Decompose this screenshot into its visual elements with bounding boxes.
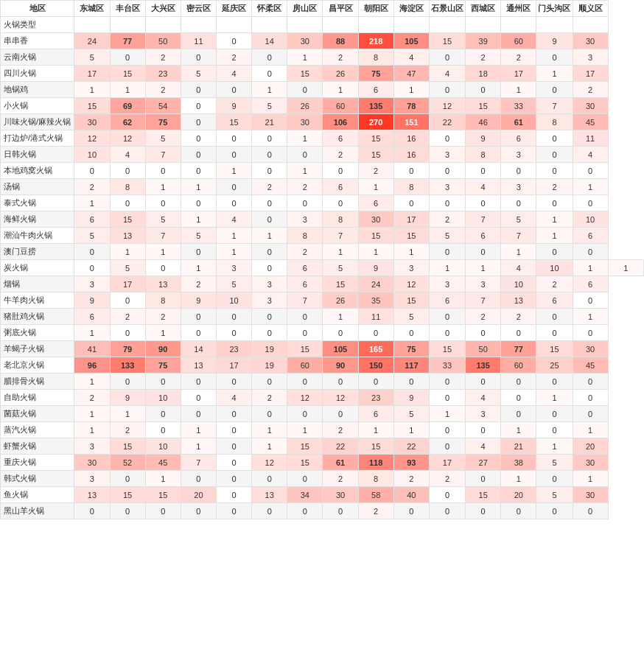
cell-2-12: 17 <box>501 66 536 82</box>
cell-16-3: 9 <box>181 292 216 309</box>
cell-11-13: 1 <box>536 211 573 228</box>
cell-23-1: 1 <box>110 406 145 422</box>
subheader-empty-3 <box>181 17 216 33</box>
cell-22-12: 0 <box>501 390 536 406</box>
table-row: 云南火锅502020128402203 <box>1 49 644 66</box>
cell-17-5: 0 <box>252 309 287 325</box>
subheader-empty-1 <box>110 17 145 33</box>
cell-29-11: 0 <box>466 503 501 519</box>
cell-6-14: 11 <box>573 130 608 147</box>
table-row: 牛羊肉火锅90891037263515671360 <box>1 292 644 309</box>
cell-19-4: 23 <box>216 341 251 357</box>
cell-12-14: 6 <box>573 228 608 244</box>
table-row: 炭火锅05013065931141011 <box>1 260 644 276</box>
cell-4-1: 69 <box>110 98 145 114</box>
cell-15-12: 10 <box>501 276 536 292</box>
cell-8-12: 0 <box>501 163 536 179</box>
cell-23-11: 3 <box>466 406 501 422</box>
cell-15-4: 5 <box>216 276 251 292</box>
cell-7-8: 15 <box>358 147 393 163</box>
cell-14-9: 3 <box>393 260 429 276</box>
cell-4-12: 33 <box>501 98 536 114</box>
cell-25-4: 0 <box>216 438 251 455</box>
cell-17-10: 0 <box>429 309 465 325</box>
row-label-14: 炭火锅 <box>1 260 74 276</box>
cell-11-7: 8 <box>323 211 358 228</box>
cell-10-6: 0 <box>287 195 323 211</box>
cell-20-9: 117 <box>393 357 429 374</box>
cell-5-9: 151 <box>393 114 429 130</box>
cell-20-0: 96 <box>74 357 110 374</box>
cell-19-2: 90 <box>145 341 181 357</box>
cell-7-3: 0 <box>181 147 216 163</box>
cell-9-6: 2 <box>287 179 323 195</box>
row-label-19: 羊蝎子火锅 <box>1 341 74 357</box>
cell-10-14: 0 <box>573 195 608 211</box>
cell-24-12: 1 <box>501 422 536 438</box>
cell-4-8: 135 <box>358 98 393 114</box>
district-header-12: 通州区 <box>501 1 536 17</box>
cell-6-12: 6 <box>501 130 536 147</box>
cell-4-9: 78 <box>393 98 429 114</box>
cell-16-14: 0 <box>573 292 608 309</box>
table-row: 重庆火锅3052457012156111893172738530 <box>1 455 644 471</box>
table-row: 小火锅156954095266013578121533730 <box>1 98 644 114</box>
cell-16-5: 3 <box>252 292 287 309</box>
cell-27-8: 8 <box>358 471 393 487</box>
cell-27-10: 2 <box>429 471 465 487</box>
cell-3-0: 1 <box>74 82 110 98</box>
cell-9-2: 1 <box>145 179 181 195</box>
table-row: 四川火锅1715235401526754741817117 <box>1 66 644 82</box>
cell-1-9: 4 <box>393 49 429 66</box>
cell-21-4: 0 <box>216 374 251 390</box>
cell-1-6: 1 <box>287 49 323 66</box>
cell-5-11: 46 <box>466 114 501 130</box>
cell-5-1: 62 <box>110 114 145 130</box>
cell-24-5: 1 <box>252 422 287 438</box>
cell-5-7: 106 <box>323 114 358 130</box>
cell-4-3: 0 <box>181 98 216 114</box>
table-row: 串串香247750110143088218105153960930 <box>1 33 644 49</box>
cell-5-12: 61 <box>501 114 536 130</box>
cell-21-3: 0 <box>181 374 216 390</box>
cell-10-3: 0 <box>181 195 216 211</box>
cell-12-10: 5 <box>429 228 465 244</box>
cell-11-3: 1 <box>181 211 216 228</box>
cell-9-7: 6 <box>323 179 358 195</box>
cell-3-12: 1 <box>501 82 536 98</box>
cell-9-14: 1 <box>573 179 608 195</box>
cell-17-9: 5 <box>393 309 429 325</box>
cell-12-5: 1 <box>252 228 287 244</box>
cell-19-6: 15 <box>287 341 323 357</box>
subheader-empty-14 <box>573 17 608 33</box>
cell-26-6: 15 <box>287 455 323 471</box>
table-row: 韩式火锅301000028220101 <box>1 471 644 487</box>
cell-10-8: 6 <box>358 195 393 211</box>
cell-28-4: 0 <box>216 487 251 503</box>
cell-10-2: 0 <box>145 195 181 211</box>
cell-20-1: 133 <box>110 357 145 374</box>
cell-21-11: 0 <box>466 374 501 390</box>
cell-14-15: 1 <box>608 260 643 276</box>
cell-12-1: 13 <box>110 228 145 244</box>
cell-13-11: 0 <box>466 244 501 260</box>
cell-5-8: 270 <box>358 114 393 130</box>
cell-27-9: 2 <box>393 471 429 487</box>
cell-2-11: 18 <box>466 66 501 82</box>
cell-11-1: 15 <box>110 211 145 228</box>
cell-29-5: 0 <box>252 503 287 519</box>
cell-3-9: 1 <box>393 82 429 98</box>
cell-11-9: 17 <box>393 211 429 228</box>
table-row: 粥底火锅101000000000000 <box>1 325 644 341</box>
cell-6-5: 0 <box>252 130 287 147</box>
cell-15-11: 3 <box>466 276 501 292</box>
district-header-13: 门头沟区 <box>536 1 573 17</box>
cell-16-7: 26 <box>323 292 358 309</box>
cell-13-3: 0 <box>181 244 216 260</box>
cell-29-4: 0 <box>216 503 251 519</box>
cell-13-5: 0 <box>252 244 287 260</box>
cell-24-6: 1 <box>287 422 323 438</box>
cell-2-3: 5 <box>181 66 216 82</box>
cell-15-14: 6 <box>573 276 608 292</box>
cell-28-0: 13 <box>74 487 110 503</box>
